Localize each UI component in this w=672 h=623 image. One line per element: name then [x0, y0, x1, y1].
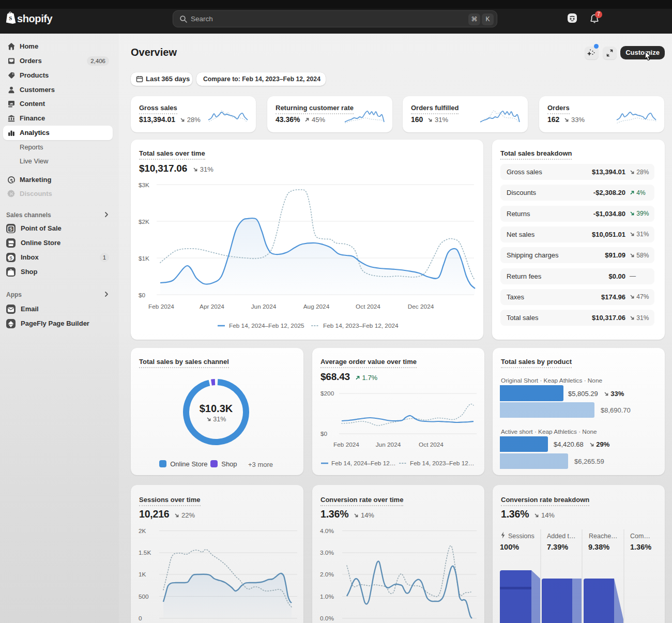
svg-text:Feb 14, 2023–Feb 12, 2024: Feb 14, 2023–Feb 12, 2024 — [323, 322, 399, 329]
svg-text:Jun 2024: Jun 2024 — [376, 441, 401, 448]
svg-text:$2K: $2K — [139, 218, 149, 225]
svg-text:4.0%: 4.0% — [320, 527, 334, 535]
svg-text:2.0%: 2.0% — [320, 571, 334, 578]
svg-text:1K: 1K — [139, 571, 146, 578]
svg-text:$3K: $3K — [139, 181, 149, 189]
svg-text:Oct 2024: Oct 2024 — [356, 303, 380, 310]
svg-text:$0: $0 — [320, 430, 328, 437]
svg-text:Feb 14, 2023–Feb 12…: Feb 14, 2023–Feb 12… — [410, 460, 475, 467]
svg-text:$200: $200 — [320, 390, 334, 397]
svg-text:$1K: $1K — [139, 255, 149, 262]
svg-text:0.0%: 0.0% — [320, 615, 334, 622]
svg-text:Apr 2024: Apr 2024 — [200, 303, 224, 310]
svg-text:3.0%: 3.0% — [320, 549, 334, 556]
svg-text:$0: $0 — [139, 292, 146, 299]
svg-text:9.38%: 9.38% — [588, 543, 609, 551]
svg-text:2K: 2K — [139, 527, 146, 535]
svg-text:1.0%: 1.0% — [320, 593, 334, 600]
svg-text:0: 0 — [139, 615, 142, 622]
svg-text:1.5K: 1.5K — [139, 549, 151, 556]
svg-text:Sessions: Sessions — [508, 533, 534, 540]
svg-text:S: S — [9, 255, 12, 261]
svg-text:Jun 2024: Jun 2024 — [251, 303, 277, 310]
svg-text:500: 500 — [139, 593, 149, 600]
svg-text:Aug 2024: Aug 2024 — [303, 303, 330, 310]
svg-text:Feb 14, 2024–Feb 12…: Feb 14, 2024–Feb 12… — [331, 460, 396, 467]
svg-text:$10.3K: $10.3K — [200, 403, 233, 414]
svg-text:100%: 100% — [500, 543, 519, 551]
svg-text:Feb 14, 2024–Feb 12, 2025: Feb 14, 2024–Feb 12, 2025 — [229, 322, 304, 329]
svg-text:Feb 2024: Feb 2024 — [148, 303, 174, 310]
svg-text:S: S — [9, 15, 12, 21]
svg-text:Oct 2024: Oct 2024 — [419, 441, 444, 448]
svg-text:Added t…: Added t… — [547, 533, 576, 540]
svg-text:Dec 2024: Dec 2024 — [408, 303, 434, 310]
svg-text:7.39%: 7.39% — [547, 543, 568, 551]
svg-text:Com…: Com… — [630, 533, 650, 540]
svg-text:Feb 2024: Feb 2024 — [333, 441, 359, 448]
svg-text:1.36%: 1.36% — [630, 543, 651, 551]
svg-text:Reache…: Reache… — [589, 533, 618, 540]
svg-text:S: S — [9, 226, 12, 232]
